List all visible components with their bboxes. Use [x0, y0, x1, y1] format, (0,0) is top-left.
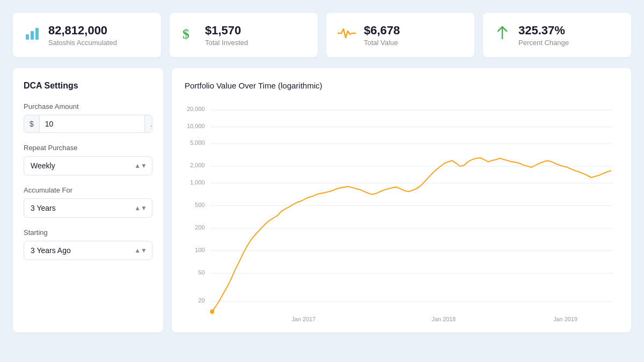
chart-container: 20,000 10,000 5,000 2,000 1,000 500 200 …	[185, 99, 618, 324]
repeat-purchase-group: Repeat Purchase Weekly Daily Monthly ▲▼	[24, 144, 152, 175]
purchase-amount-input-group: $ .00	[24, 115, 152, 133]
stat-label-change: Percent Change	[518, 39, 569, 47]
purchase-amount-label: Purchase Amount	[24, 102, 152, 110]
starting-select[interactable]: 3 Years Ago 1 Year Ago 2 Years Ago 4 Yea…	[24, 241, 152, 260]
stat-label-total: Total Value	[364, 39, 400, 47]
svg-text:10,000: 10,000	[187, 123, 204, 129]
dollar-icon: $	[180, 25, 197, 46]
dca-settings-panel: DCA Settings Purchase Amount $ .00 Repea…	[13, 68, 163, 333]
svg-text:Jan 2017: Jan 2017	[291, 316, 316, 322]
purchase-amount-group: Purchase Amount $ .00	[24, 102, 152, 133]
starting-label: Starting	[24, 228, 152, 237]
stat-value-total: $6,678	[364, 24, 400, 38]
svg-rect-1	[31, 31, 34, 40]
svg-rect-0	[26, 34, 29, 40]
svg-text:2,000: 2,000	[190, 162, 204, 168]
stat-info-satoshis: 82,812,000 Satoshis Accumulated	[48, 24, 117, 47]
purchase-amount-suffix: .00	[144, 115, 152, 132]
stats-row: 82,812,000 Satoshis Accumulated $ $1,570…	[13, 13, 631, 57]
svg-text:1,000: 1,000	[190, 179, 204, 186]
purchase-amount-input[interactable]	[40, 115, 144, 132]
settings-title: DCA Settings	[24, 81, 152, 91]
repeat-purchase-select[interactable]: Weekly Daily Monthly	[24, 156, 152, 175]
stat-info-invested: $1,570 Total Invested	[205, 24, 248, 47]
arrow-up-icon	[494, 25, 511, 46]
svg-text:500: 500	[195, 202, 204, 208]
accumulate-select[interactable]: 3 Years 1 Year 2 Years 4 Years 5 Years	[24, 198, 152, 218]
svg-text:20,000: 20,000	[187, 106, 204, 112]
stat-info-change: 325.37% Percent Change	[518, 24, 569, 47]
stat-value-change: 325.37%	[518, 24, 569, 38]
svg-text:200: 200	[195, 224, 204, 231]
starting-group: Starting 3 Years Ago 1 Year Ago 2 Years …	[24, 228, 152, 260]
accumulate-label: Accumulate For	[24, 186, 152, 194]
chart-title: Portfolio Value Over Time (logarithmic)	[185, 81, 618, 90]
stat-card-value: $6,678 Total Value	[326, 13, 474, 57]
svg-text:Jan 2019: Jan 2019	[553, 316, 577, 322]
stat-value-satoshis: 82,812,000	[48, 24, 117, 38]
accumulate-wrapper: 3 Years 1 Year 2 Years 4 Years 5 Years ▲…	[24, 198, 152, 218]
stat-info-value: $6,678 Total Value	[364, 24, 400, 47]
svg-text:50: 50	[198, 269, 204, 276]
svg-text:20: 20	[198, 297, 204, 304]
pulse-icon	[337, 25, 356, 46]
svg-point-27	[210, 309, 214, 314]
accumulate-group: Accumulate For 3 Years 1 Year 2 Years 4 …	[24, 186, 152, 218]
repeat-purchase-wrapper: Weekly Daily Monthly ▲▼	[24, 156, 152, 175]
purchase-amount-prefix: $	[24, 115, 40, 132]
svg-text:100: 100	[195, 247, 204, 253]
main-row: DCA Settings Purchase Amount $ .00 Repea…	[13, 68, 631, 333]
bar-chart-icon	[24, 25, 41, 46]
stat-card-change: 325.37% Percent Change	[483, 13, 631, 57]
chart-svg: 20,000 10,000 5,000 2,000 1,000 500 200 …	[185, 99, 618, 324]
svg-text:Jan 2018: Jan 2018	[432, 316, 456, 322]
stat-label-satoshis: Satoshis Accumulated	[48, 39, 117, 47]
repeat-purchase-label: Repeat Purchase	[24, 144, 152, 152]
chart-panel: Portfolio Value Over Time (logarithmic) …	[172, 68, 631, 333]
stat-value-invested: $1,570	[205, 24, 248, 38]
svg-text:$: $	[182, 26, 189, 42]
starting-wrapper: 3 Years Ago 1 Year Ago 2 Years Ago 4 Yea…	[24, 241, 152, 260]
stat-card-invested: $ $1,570 Total Invested	[170, 13, 318, 57]
stat-card-satoshis: 82,812,000 Satoshis Accumulated	[13, 13, 161, 57]
svg-rect-2	[35, 28, 39, 40]
svg-text:5,000: 5,000	[190, 139, 204, 146]
stat-label-invested: Total Invested	[205, 39, 248, 47]
